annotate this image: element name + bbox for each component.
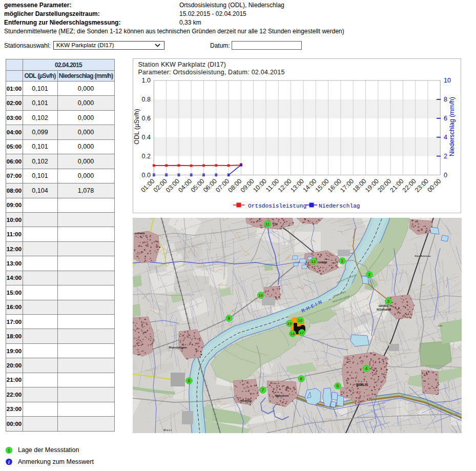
svg-text:0.0: 0.0 <box>142 172 151 179</box>
svg-text:Station KKW Parkplatz (DI17): Station KKW Parkplatz (DI17) <box>138 61 226 68</box>
svg-text:5: 5 <box>336 383 339 388</box>
svg-text:M a u l: M a u l <box>163 428 172 432</box>
svg-text:ROHRHEIM: ROHRHEIM <box>377 308 391 311</box>
svg-text:4: 4 <box>365 366 367 371</box>
svg-text:0.4: 0.4 <box>142 134 151 141</box>
svg-text:12: 12 <box>312 259 316 264</box>
svg-text:8: 8 <box>444 96 447 103</box>
svg-text:1: 1 <box>8 448 10 453</box>
svg-text:ODL (µSv/h): ODL (µSv/h) <box>133 109 140 144</box>
svg-text:CH: CH <box>273 222 278 226</box>
svg-text:Rheindürkheim: Rheindürkheim <box>169 346 187 349</box>
svg-text:6: 6 <box>300 376 302 381</box>
svg-text:4: 4 <box>444 134 447 141</box>
svg-text:8: 8 <box>188 378 190 383</box>
svg-text:3: 3 <box>387 299 389 304</box>
svg-text:2: 2 <box>444 153 447 160</box>
svg-text:0.2: 0.2 <box>142 153 151 160</box>
svg-text:1.0: 1.0 <box>142 77 151 84</box>
svg-text:6: 6 <box>444 115 447 122</box>
svg-text:BIBLIS: BIBLIS <box>357 383 368 386</box>
svg-text:enheim: enheim <box>135 232 144 235</box>
svg-text:i: i <box>8 459 10 465</box>
svg-text:10: 10 <box>259 293 263 298</box>
svg-text:HAMM: HAMM <box>318 261 327 264</box>
svg-text:0: 0 <box>444 172 447 179</box>
svg-text:Zelle: Zelle <box>438 324 443 327</box>
svg-text:9: 9 <box>227 316 230 321</box>
svg-text:10: 10 <box>444 77 451 84</box>
svg-text:Niederschlag: Niederschlag <box>319 203 360 209</box>
svg-text:1: 1 <box>341 258 343 263</box>
svg-text:Niederschlag (mm/h): Niederschlag (mm/h) <box>448 97 456 156</box>
svg-text:0.6: 0.6 <box>142 115 151 122</box>
svg-text:0.8: 0.8 <box>142 96 151 103</box>
svg-text:18: 18 <box>291 332 295 336</box>
svg-text:17: 17 <box>300 331 304 335</box>
svg-text:Parameter: Ortsdosisleistung,: Parameter: Ortsdosisleistung, Datum: 02.… <box>138 69 285 76</box>
svg-text:16: 16 <box>298 318 303 323</box>
svg-text:Klein-Rohrheim: Klein-Rohrheim <box>415 255 430 257</box>
svg-text:7: 7 <box>261 387 264 393</box>
svg-text:Ortsdosisleistung: Ortsdosisleistung <box>248 203 306 209</box>
svg-text:2: 2 <box>368 272 370 277</box>
svg-text:Wattenheim: Wattenheim <box>275 395 288 397</box>
svg-text:19: 19 <box>287 321 292 326</box>
svg-text:11: 11 <box>265 222 270 227</box>
svg-text:GROSS-: GROSS- <box>379 304 389 308</box>
svg-text:Nordheim: Nordheim <box>240 400 252 402</box>
